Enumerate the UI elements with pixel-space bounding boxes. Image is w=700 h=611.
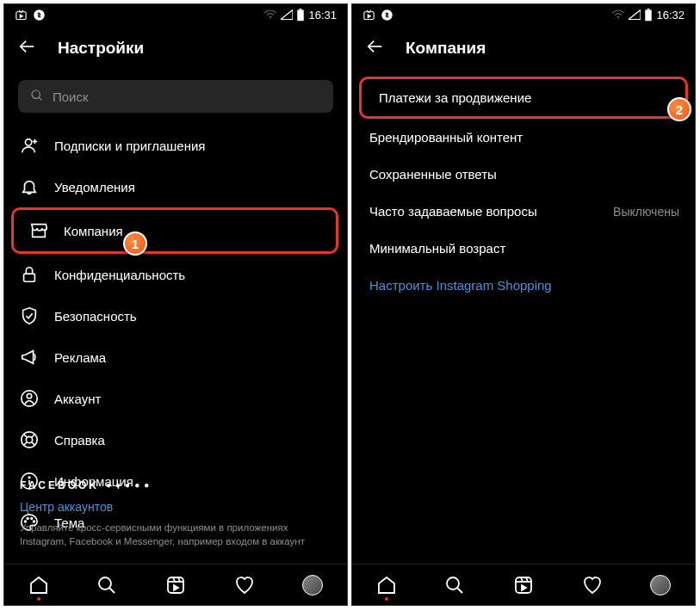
menu-label: Справка xyxy=(54,433,331,447)
company-menu: Платежи за продвижение 2 Брендированный … xyxy=(352,77,695,304)
nav-reels[interactable] xyxy=(513,575,534,596)
menu-security[interactable]: Безопасность xyxy=(4,295,347,336)
status-time: 16:31 xyxy=(308,9,337,22)
menu-trail: Выключены xyxy=(613,205,679,219)
oculus-icon: ● xyxy=(144,480,149,490)
menu-label: Брендированный контент xyxy=(369,130,679,145)
svg-point-24 xyxy=(28,477,29,478)
battery-icon xyxy=(296,9,305,22)
facebook-brand: FACEBOOK ● ● ● ● ● xyxy=(20,479,331,491)
menu-branded-content[interactable]: Брендированный контент xyxy=(352,119,695,156)
menu-label: Безопасность xyxy=(54,309,331,324)
svg-marker-40 xyxy=(629,9,641,19)
menu-promotion-payments[interactable]: Платежи за продвижение xyxy=(359,77,688,119)
nav-home[interactable] xyxy=(28,575,49,596)
header: Настройки xyxy=(4,25,347,71)
phone-left-settings: 16:31 Настройки Поиск Подписки и приглаш… xyxy=(3,3,348,606)
menu-notifications[interactable]: Уведомления xyxy=(4,166,347,207)
callout-1: 1 xyxy=(123,231,147,256)
menu-subscriptions[interactable]: Подписки и приглашения xyxy=(4,125,347,166)
svg-line-20 xyxy=(24,442,28,446)
signal-icon xyxy=(281,9,293,20)
fb-icon: ● xyxy=(106,480,111,490)
svg-rect-13 xyxy=(24,274,35,281)
svg-point-10 xyxy=(25,139,31,145)
footer-section: FACEBOOK ● ● ● ● ● Центр аккаунтов Управ… xyxy=(4,479,347,560)
status-bar: 16:31 xyxy=(4,4,347,25)
svg-line-45 xyxy=(457,588,462,593)
svg-rect-31 xyxy=(168,577,183,593)
search-icon xyxy=(30,89,44,105)
nav-profile[interactable] xyxy=(650,575,671,596)
callout-2: 2 xyxy=(667,97,691,121)
nav-activity[interactable] xyxy=(582,575,603,596)
svg-point-15 xyxy=(27,394,32,399)
menu-label: Настроить Instagram Shopping xyxy=(369,278,679,293)
svg-point-17 xyxy=(26,436,32,442)
battery-icon xyxy=(644,9,653,22)
shazam-icon xyxy=(381,9,393,22)
nav-reels[interactable] xyxy=(165,575,186,596)
wifi-icon xyxy=(611,9,625,20)
back-arrow-icon[interactable] xyxy=(18,37,37,59)
nav-search[interactable] xyxy=(96,575,117,596)
menu-saved-replies[interactable]: Сохраненные ответы xyxy=(352,156,695,193)
back-arrow-icon[interactable] xyxy=(366,37,385,59)
bottom-nav xyxy=(4,564,347,605)
page-title: Компания xyxy=(406,39,486,58)
svg-line-18 xyxy=(24,435,28,438)
nav-activity[interactable] xyxy=(234,575,255,596)
menu-label: Платежи за продвижение xyxy=(379,90,670,105)
svg-point-29 xyxy=(99,577,111,589)
accounts-center-link[interactable]: Центр аккаунтов xyxy=(20,500,331,514)
shield-icon xyxy=(20,306,39,325)
avatar-icon xyxy=(650,575,671,596)
megaphone-icon xyxy=(20,348,39,367)
menu-shopping-setup[interactable]: Настроить Instagram Shopping xyxy=(352,267,695,304)
menu-label: Подписки и приглашения xyxy=(54,139,331,153)
search-placeholder: Поиск xyxy=(53,89,89,104)
wifi-icon xyxy=(263,9,277,20)
signal-icon xyxy=(629,9,641,20)
svg-point-39 xyxy=(618,18,619,19)
status-bar: 16:32 xyxy=(352,4,695,25)
svg-rect-46 xyxy=(516,577,531,593)
menu-help[interactable]: Справка xyxy=(4,419,347,460)
menu-label: Компания xyxy=(64,224,320,238)
phone-right-company: 16:32 Компания Платежи за продвижение 2 … xyxy=(351,3,696,606)
menu-account[interactable]: Аккаунт xyxy=(4,378,347,419)
menu-label: Сохраненные ответы xyxy=(369,167,679,182)
page-title: Настройки xyxy=(58,39,144,58)
svg-marker-37 xyxy=(368,14,370,17)
user-icon xyxy=(20,389,39,408)
menu-privacy[interactable]: Конфиденциальность xyxy=(4,254,347,295)
person-add-icon xyxy=(20,136,39,155)
store-icon xyxy=(29,221,48,240)
svg-rect-42 xyxy=(647,9,650,10)
menu-label: Минимальный возраст xyxy=(369,241,679,256)
bottom-nav xyxy=(352,564,695,605)
svg-line-21 xyxy=(32,435,35,438)
svg-rect-41 xyxy=(646,9,653,21)
header: Компания xyxy=(352,25,695,71)
menu-min-age[interactable]: Минимальный возраст xyxy=(352,230,695,267)
menu-faq[interactable]: Часто задаваемые вопросы Выключены xyxy=(352,193,695,230)
nav-home[interactable] xyxy=(376,575,397,596)
bell-icon xyxy=(20,177,39,196)
menu-company[interactable]: Компания xyxy=(11,207,338,254)
media-icon xyxy=(362,9,375,22)
nav-search[interactable] xyxy=(444,575,465,596)
menu-label: Часто задаваемые вопросы xyxy=(369,204,598,219)
svg-marker-1 xyxy=(20,14,22,17)
status-time: 16:32 xyxy=(656,9,685,22)
svg-marker-35 xyxy=(174,585,178,590)
menu-ads[interactable]: Реклама xyxy=(4,336,347,378)
media-icon xyxy=(15,9,28,22)
menu-label: Реклама xyxy=(54,350,331,365)
search-input[interactable]: Поиск xyxy=(18,80,333,113)
menu-label: Конфиденциальность xyxy=(54,268,331,282)
svg-marker-50 xyxy=(522,585,526,590)
nav-profile[interactable] xyxy=(302,575,323,596)
svg-point-3 xyxy=(270,18,271,19)
svg-point-44 xyxy=(447,577,459,589)
